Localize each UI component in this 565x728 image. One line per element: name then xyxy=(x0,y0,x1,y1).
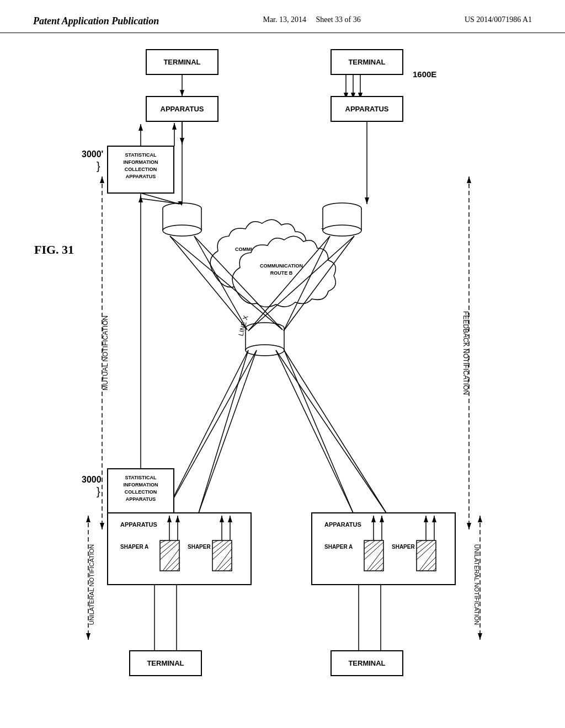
publication-title: Patent Application Publication xyxy=(33,15,159,27)
svg-point-34 xyxy=(163,225,201,236)
svg-text:APPARATUS: APPARATUS xyxy=(120,521,157,528)
svg-text:1600E: 1600E xyxy=(413,69,436,79)
svg-text:INFORMATION: INFORMATION xyxy=(124,482,158,488)
svg-text:STATISTICAL: STATISTICAL xyxy=(125,475,157,480)
svg-marker-27 xyxy=(172,123,177,130)
svg-marker-14 xyxy=(180,90,184,97)
svg-marker-164 xyxy=(365,197,369,204)
svg-marker-46 xyxy=(100,523,104,529)
svg-text:APPARATUS: APPARATUS xyxy=(324,521,361,528)
page: Patent Application Publication Mar. 13, … xyxy=(0,0,565,728)
svg-text:MUTUAL NOTIFICATION: MUTUAL NOTIFICATION xyxy=(102,315,109,390)
svg-line-73 xyxy=(276,350,353,513)
svg-line-76 xyxy=(284,350,353,513)
svg-text:TERMINAL: TERMINAL xyxy=(348,659,385,667)
patent-number: US 2014/0071986 A1 xyxy=(465,15,532,24)
svg-text:UNILATERAL NOTIFICATION: UNILATERAL NOTIFICATION xyxy=(88,544,95,625)
svg-marker-49 xyxy=(467,176,471,183)
svg-text:SHAPER B: SHAPER B xyxy=(392,544,420,550)
svg-marker-50 xyxy=(467,523,471,529)
svg-text:TERMINAL: TERMINAL xyxy=(163,58,200,66)
svg-text:COLLECTION: COLLECTION xyxy=(125,167,157,172)
svg-text:}: } xyxy=(97,485,100,497)
svg-line-74 xyxy=(284,350,386,513)
svg-marker-90 xyxy=(478,516,482,522)
svg-text:APPARATUS: APPARATUS xyxy=(126,496,156,502)
svg-marker-45 xyxy=(100,176,104,183)
svg-text:APPARATUS: APPARATUS xyxy=(345,105,389,113)
svg-text:3000': 3000' xyxy=(82,149,103,159)
svg-text:3000: 3000 xyxy=(82,475,102,484)
svg-text:SHAPER B: SHAPER B xyxy=(188,544,216,550)
svg-line-75 xyxy=(276,350,386,513)
page-header: Patent Application Publication Mar. 13, … xyxy=(0,0,565,33)
svg-text:COLLECTION: COLLECTION xyxy=(125,489,157,495)
svg-text:COMMUNICATION: COMMUNICATION xyxy=(260,263,303,269)
sheet-number: Sheet 33 of 36 xyxy=(316,15,361,24)
svg-text:TERMINAL: TERMINAL xyxy=(348,58,385,66)
svg-text:TERMINAL: TERMINAL xyxy=(147,659,184,667)
svg-text:UNILATERAL NOTIFICATION: UNILATERAL NOTIFICATION xyxy=(473,544,480,625)
svg-marker-87 xyxy=(86,633,90,640)
svg-line-165 xyxy=(141,193,179,204)
svg-marker-167 xyxy=(138,124,143,131)
header-date-sheet: Mar. 13, 2014 Sheet 33 of 36 xyxy=(263,15,360,24)
svg-point-39 xyxy=(323,225,361,236)
svg-text:SHAPER A: SHAPER A xyxy=(120,544,148,550)
svg-text:APPARATUS: APPARATUS xyxy=(161,105,204,113)
main-diagram: TERMINAL TERMINAL 1600E APPARATUS xyxy=(0,33,565,711)
svg-marker-86 xyxy=(86,516,90,522)
svg-text:ROUTE B: ROUTE B xyxy=(270,270,293,276)
publication-date: Mar. 13, 2014 xyxy=(263,15,306,24)
svg-marker-91 xyxy=(478,633,482,640)
svg-line-71 xyxy=(199,350,248,513)
svg-line-72 xyxy=(166,350,257,513)
diagram-area: FIG. 31 TERMINAL TERMINAL 1600E AP xyxy=(0,33,565,711)
svg-text:FEEDBACK NOTIFICATION: FEEDBACK NOTIFICATION xyxy=(462,311,470,395)
svg-text:}: } xyxy=(97,160,100,172)
svg-text:INFORMATION: INFORMATION xyxy=(124,159,158,165)
svg-text:SHAPER A: SHAPER A xyxy=(324,544,353,550)
svg-text:STATISTICAL: STATISTICAL xyxy=(125,152,157,158)
svg-text:APPARATUS: APPARATUS xyxy=(126,174,156,179)
